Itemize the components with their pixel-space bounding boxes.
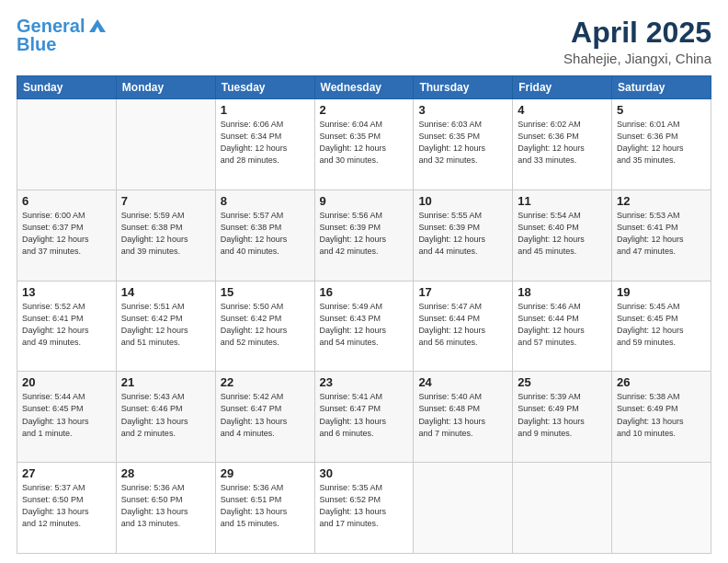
day-info: Sunrise: 5:39 AM Sunset: 6:49 PM Dayligh… — [518, 391, 607, 439]
day-number: 16 — [320, 285, 409, 299]
calendar-cell: 19Sunrise: 5:45 AM Sunset: 6:45 PM Dayli… — [612, 281, 711, 372]
calendar-cell: 13Sunrise: 5:52 AM Sunset: 6:41 PM Dayli… — [17, 281, 117, 372]
day-number: 11 — [518, 194, 607, 208]
calendar-cell: 18Sunrise: 5:46 AM Sunset: 6:44 PM Dayli… — [513, 281, 612, 372]
logo-general: General — [17, 16, 85, 36]
day-info: Sunrise: 5:54 AM Sunset: 6:40 PM Dayligh… — [518, 210, 607, 258]
day-info: Sunrise: 5:40 AM Sunset: 6:48 PM Dayligh… — [418, 391, 507, 439]
calendar-cell: 29Sunrise: 5:36 AM Sunset: 6:51 PM Dayli… — [215, 463, 314, 554]
day-info: Sunrise: 5:43 AM Sunset: 6:46 PM Dayligh… — [121, 391, 210, 439]
day-info: Sunrise: 5:46 AM Sunset: 6:44 PM Dayligh… — [518, 301, 607, 349]
weekday-header-wednesday: Wednesday — [314, 76, 414, 99]
day-number: 9 — [320, 194, 409, 208]
calendar-cell: 6Sunrise: 6:00 AM Sunset: 6:37 PM Daylig… — [17, 190, 117, 281]
calendar-cell: 10Sunrise: 5:55 AM Sunset: 6:39 PM Dayli… — [414, 190, 513, 281]
day-number: 22 — [221, 375, 310, 389]
logo-blue: Blue — [17, 35, 56, 53]
calendar-cell: 8Sunrise: 5:57 AM Sunset: 6:38 PM Daylig… — [215, 190, 314, 281]
day-info: Sunrise: 5:35 AM Sunset: 6:52 PM Dayligh… — [320, 482, 409, 530]
day-info: Sunrise: 5:53 AM Sunset: 6:41 PM Dayligh… — [617, 210, 706, 258]
month-title: April 2025 — [563, 17, 711, 49]
calendar-cell: 20Sunrise: 5:44 AM Sunset: 6:45 PM Dayli… — [17, 372, 117, 463]
weekday-header-friday: Friday — [513, 76, 612, 99]
day-number: 5 — [617, 103, 706, 117]
day-number: 3 — [418, 103, 507, 117]
weekday-header-saturday: Saturday — [612, 76, 711, 99]
day-number: 25 — [518, 375, 607, 389]
calendar-cell: 2Sunrise: 6:04 AM Sunset: 6:35 PM Daylig… — [314, 99, 414, 190]
day-number: 12 — [617, 194, 706, 208]
day-info: Sunrise: 5:41 AM Sunset: 6:47 PM Dayligh… — [320, 391, 409, 439]
calendar-cell: 12Sunrise: 5:53 AM Sunset: 6:41 PM Dayli… — [612, 190, 711, 281]
calendar-cell: 11Sunrise: 5:54 AM Sunset: 6:40 PM Dayli… — [513, 190, 612, 281]
day-info: Sunrise: 6:02 AM Sunset: 6:36 PM Dayligh… — [518, 119, 607, 167]
day-number: 15 — [221, 285, 310, 299]
day-number: 19 — [617, 285, 706, 299]
calendar-cell — [612, 463, 711, 554]
calendar-table: SundayMondayTuesdayWednesdayThursdayFrid… — [17, 75, 711, 554]
location-title: Shahejie, Jiangxi, China — [563, 51, 711, 66]
calendar-cell: 4Sunrise: 6:02 AM Sunset: 6:36 PM Daylig… — [513, 99, 612, 190]
calendar-week-2: 6Sunrise: 6:00 AM Sunset: 6:37 PM Daylig… — [17, 190, 711, 281]
calendar-cell: 3Sunrise: 6:03 AM Sunset: 6:35 PM Daylig… — [414, 99, 513, 190]
calendar-cell — [513, 463, 612, 554]
calendar-cell: 14Sunrise: 5:51 AM Sunset: 6:42 PM Dayli… — [116, 281, 215, 372]
day-info: Sunrise: 5:38 AM Sunset: 6:49 PM Dayligh… — [617, 391, 706, 439]
day-info: Sunrise: 6:00 AM Sunset: 6:37 PM Dayligh… — [22, 210, 111, 258]
calendar-cell: 16Sunrise: 5:49 AM Sunset: 6:43 PM Dayli… — [314, 281, 414, 372]
calendar-cell — [17, 99, 117, 190]
calendar-cell: 5Sunrise: 6:01 AM Sunset: 6:36 PM Daylig… — [612, 99, 711, 190]
day-number: 6 — [22, 194, 111, 208]
day-info: Sunrise: 5:45 AM Sunset: 6:45 PM Dayligh… — [617, 301, 706, 349]
calendar-cell: 26Sunrise: 5:38 AM Sunset: 6:49 PM Dayli… — [612, 372, 711, 463]
calendar-cell — [116, 99, 215, 190]
day-number: 10 — [418, 194, 507, 208]
day-info: Sunrise: 6:01 AM Sunset: 6:36 PM Dayligh… — [617, 119, 706, 167]
calendar-header-row: SundayMondayTuesdayWednesdayThursdayFrid… — [17, 76, 711, 99]
day-info: Sunrise: 5:59 AM Sunset: 6:38 PM Dayligh… — [121, 210, 210, 258]
logo-icon — [87, 17, 108, 34]
weekday-header-tuesday: Tuesday — [215, 76, 314, 99]
calendar-cell: 28Sunrise: 5:36 AM Sunset: 6:50 PM Dayli… — [116, 463, 215, 554]
day-number: 14 — [121, 285, 210, 299]
calendar-cell: 24Sunrise: 5:40 AM Sunset: 6:48 PM Dayli… — [414, 372, 513, 463]
title-block: April 2025 Shahejie, Jiangxi, China — [563, 17, 711, 66]
day-number: 30 — [320, 466, 409, 480]
page: General Blue April 2025 Shahejie, Jiangx… — [0, 0, 728, 563]
day-number: 20 — [22, 375, 111, 389]
day-info: Sunrise: 6:04 AM Sunset: 6:35 PM Dayligh… — [320, 119, 409, 167]
calendar-week-5: 27Sunrise: 5:37 AM Sunset: 6:50 PM Dayli… — [17, 463, 711, 554]
header: General Blue April 2025 Shahejie, Jiangx… — [17, 17, 711, 66]
day-info: Sunrise: 5:51 AM Sunset: 6:42 PM Dayligh… — [121, 301, 210, 349]
day-number: 1 — [221, 103, 310, 117]
day-info: Sunrise: 6:06 AM Sunset: 6:34 PM Dayligh… — [221, 119, 310, 167]
calendar-week-4: 20Sunrise: 5:44 AM Sunset: 6:45 PM Dayli… — [17, 372, 711, 463]
weekday-header-thursday: Thursday — [414, 76, 513, 99]
day-number: 26 — [617, 375, 706, 389]
weekday-header-sunday: Sunday — [17, 76, 117, 99]
day-info: Sunrise: 5:36 AM Sunset: 6:50 PM Dayligh… — [121, 482, 210, 530]
calendar-cell: 22Sunrise: 5:42 AM Sunset: 6:47 PM Dayli… — [215, 372, 314, 463]
calendar-cell: 15Sunrise: 5:50 AM Sunset: 6:42 PM Dayli… — [215, 281, 314, 372]
day-number: 29 — [221, 466, 310, 480]
day-info: Sunrise: 5:37 AM Sunset: 6:50 PM Dayligh… — [22, 482, 111, 530]
day-info: Sunrise: 5:56 AM Sunset: 6:39 PM Dayligh… — [320, 210, 409, 258]
logo-text: General — [17, 17, 85, 35]
day-number: 18 — [518, 285, 607, 299]
day-info: Sunrise: 5:44 AM Sunset: 6:45 PM Dayligh… — [22, 391, 111, 439]
day-info: Sunrise: 5:47 AM Sunset: 6:44 PM Dayligh… — [418, 301, 507, 349]
calendar-cell: 7Sunrise: 5:59 AM Sunset: 6:38 PM Daylig… — [116, 190, 215, 281]
day-number: 23 — [320, 375, 409, 389]
day-info: Sunrise: 5:52 AM Sunset: 6:41 PM Dayligh… — [22, 301, 111, 349]
calendar-cell — [414, 463, 513, 554]
day-number: 28 — [121, 466, 210, 480]
calendar-cell: 23Sunrise: 5:41 AM Sunset: 6:47 PM Dayli… — [314, 372, 414, 463]
day-info: Sunrise: 5:49 AM Sunset: 6:43 PM Dayligh… — [320, 301, 409, 349]
day-info: Sunrise: 5:55 AM Sunset: 6:39 PM Dayligh… — [418, 210, 507, 258]
calendar-week-3: 13Sunrise: 5:52 AM Sunset: 6:41 PM Dayli… — [17, 281, 711, 372]
calendar-cell: 9Sunrise: 5:56 AM Sunset: 6:39 PM Daylig… — [314, 190, 414, 281]
day-info: Sunrise: 5:42 AM Sunset: 6:47 PM Dayligh… — [221, 391, 310, 439]
day-info: Sunrise: 5:36 AM Sunset: 6:51 PM Dayligh… — [221, 482, 310, 530]
day-number: 13 — [22, 285, 111, 299]
calendar-cell: 30Sunrise: 5:35 AM Sunset: 6:52 PM Dayli… — [314, 463, 414, 554]
